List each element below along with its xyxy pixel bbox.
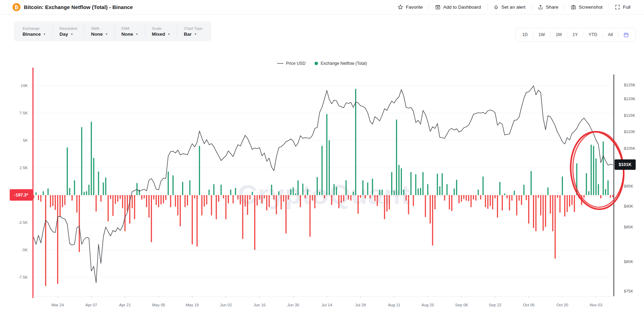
svg-text:5K: 5K: [23, 138, 28, 142]
svg-text:Oct 06: Oct 06: [523, 303, 535, 307]
svg-text:$110K: $110K: [624, 130, 635, 134]
svg-text:Nov 03: Nov 03: [590, 303, 602, 307]
crypto-chart-page: ₿ Bitcoin: Exchange Netflow (Total) - Bi…: [0, 0, 644, 315]
current-price-badge: $101K: [615, 159, 636, 170]
svg-text:-7.5K: -7.5K: [18, 275, 28, 279]
svg-text:2.5K: 2.5K: [19, 166, 28, 170]
svg-text:Oct 20: Oct 20: [557, 303, 568, 307]
svg-text:-5K: -5K: [22, 248, 28, 252]
svg-text:$90K: $90K: [624, 204, 633, 208]
current-netflow-badge: -197.3*: [10, 189, 33, 201]
svg-text:Sep 22: Sep 22: [489, 303, 501, 307]
svg-text:7.5K: 7.5K: [19, 111, 28, 115]
netflow-price-chart[interactable]: CryptoQuant10K7.5K5K2.5K-2.5K-5K-7.5K$12…: [0, 0, 644, 315]
svg-text:Aug 11: Aug 11: [388, 303, 401, 307]
svg-text:Mar 24: Mar 24: [51, 303, 64, 307]
svg-text:Jul 28: Jul 28: [355, 303, 366, 307]
svg-text:Jul 14: Jul 14: [321, 303, 332, 307]
svg-text:Jun 16: Jun 16: [254, 303, 266, 307]
svg-text:$85K: $85K: [624, 225, 633, 229]
svg-text:$95K: $95K: [624, 184, 633, 188]
svg-text:Apr 07: Apr 07: [85, 303, 97, 307]
svg-text:$75K: $75K: [624, 289, 633, 293]
svg-text:$80K: $80K: [624, 260, 633, 264]
svg-text:Aug 25: Aug 25: [421, 303, 434, 307]
svg-text:-2.5K: -2.5K: [18, 220, 28, 225]
svg-text:$115K: $115K: [624, 113, 635, 117]
svg-text:May 19: May 19: [186, 303, 199, 307]
svg-text:$125K: $125K: [624, 83, 636, 87]
svg-text:Sep 08: Sep 08: [455, 303, 467, 307]
svg-text:$105K: $105K: [624, 146, 636, 150]
svg-text:$120K: $120K: [624, 97, 636, 101]
svg-text:Jun 02: Jun 02: [220, 303, 232, 307]
svg-text:Jun 30: Jun 30: [287, 303, 299, 307]
svg-text:Apr 21: Apr 21: [119, 303, 131, 307]
chart-area[interactable]: CryptoQuant10K7.5K5K2.5K-2.5K-5K-7.5K$12…: [0, 0, 644, 315]
svg-text:10K: 10K: [21, 84, 28, 88]
svg-text:May 05: May 05: [152, 303, 165, 307]
